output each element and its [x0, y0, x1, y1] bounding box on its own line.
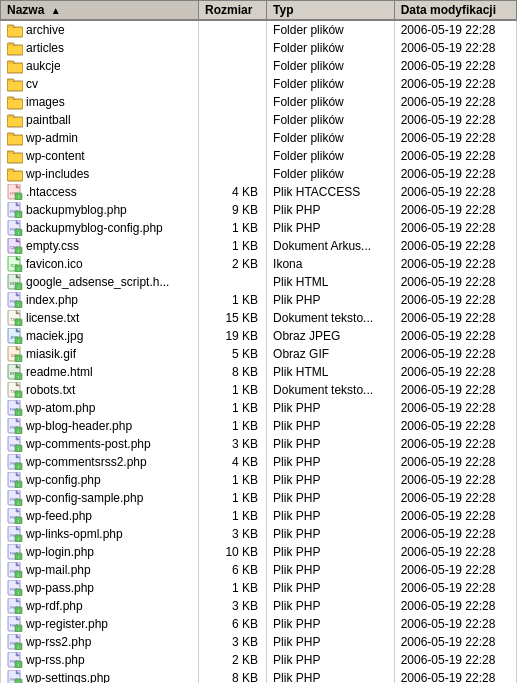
table-row[interactable]: wp-contentFolder plików2006-05-19 22:28: [1, 147, 517, 165]
table-row[interactable]: PHP ↑ wp-pass.php1 KBPlik PHP2006-05-19 …: [1, 579, 517, 597]
table-row[interactable]: articlesFolder plików2006-05-19 22:28: [1, 39, 517, 57]
table-row[interactable]: GIF ↑ miasik.gif5 KBObraz GIF2006-05-19 …: [1, 345, 517, 363]
table-row[interactable]: JPG ↑ maciek.jpg19 KBObraz JPEG2006-05-1…: [1, 327, 517, 345]
css-file-icon: CSS ↑: [7, 238, 23, 254]
table-row[interactable]: PHP ↑ wp-comments-post.php3 KBPlik PHP20…: [1, 435, 517, 453]
table-row[interactable]: PHP ↑ wp-login.php10 KBPlik PHP2006-05-1…: [1, 543, 517, 561]
table-row[interactable]: archiveFolder plików2006-05-19 22:28: [1, 20, 517, 39]
file-size: 5 KB: [198, 345, 266, 363]
php-file-icon: PHP ↑: [7, 616, 23, 632]
file-date: 2006-05-19 22:28: [394, 561, 516, 579]
svg-text:↑: ↑: [17, 662, 20, 668]
table-row[interactable]: PHP ↑ wp-rss2.php3 KBPlik PHP2006-05-19 …: [1, 633, 517, 651]
table-row[interactable]: aukcjeFolder plików2006-05-19 22:28: [1, 57, 517, 75]
file-size: [198, 75, 266, 93]
file-size: [198, 111, 266, 129]
table-row[interactable]: PHP ↑ wp-register.php6 KBPlik PHP2006-05…: [1, 615, 517, 633]
table-row[interactable]: PHP ↑ wp-rdf.php3 KBPlik PHP2006-05-19 2…: [1, 597, 517, 615]
svg-text:↑: ↑: [17, 464, 20, 470]
image-file-icon: JPG ↑: [7, 328, 23, 344]
file-date: 2006-05-19 22:28: [394, 507, 516, 525]
file-date: 2006-05-19 22:28: [394, 309, 516, 327]
file-name-cell: PHP ↑ wp-settings.php: [1, 669, 199, 683]
file-name-cell: TXT ↑ license.txt: [1, 309, 199, 327]
table-row[interactable]: PHP ↑ wp-config-sample.php1 KBPlik PHP20…: [1, 489, 517, 507]
table-row[interactable]: wp-adminFolder plików2006-05-19 22:28: [1, 129, 517, 147]
file-name: wp-config.php: [26, 473, 101, 487]
table-row[interactable]: PHP ↑ wp-links-opml.php3 KBPlik PHP2006-…: [1, 525, 517, 543]
file-size: 6 KB: [198, 615, 266, 633]
file-type: Dokument teksto...: [267, 381, 395, 399]
php-file-icon: PHP ↑: [7, 508, 23, 524]
file-name-cell: cv: [1, 75, 199, 93]
table-row[interactable]: PHP ↑ backupmyblog-config.php1 KBPlik PH…: [1, 219, 517, 237]
table-row[interactable]: PHP ↑ wp-blog-header.php1 KBPlik PHP2006…: [1, 417, 517, 435]
file-date: 2006-05-19 22:28: [394, 327, 516, 345]
folder-icon: [7, 166, 23, 182]
file-date: 2006-05-19 22:28: [394, 417, 516, 435]
file-type: Plik PHP: [267, 507, 395, 525]
col-header-size[interactable]: Rozmiar: [198, 1, 266, 21]
col-header-date[interactable]: Data modyfikacji: [394, 1, 516, 21]
table-row[interactable]: PHP ↑ index.php1 KBPlik PHP2006-05-19 22…: [1, 291, 517, 309]
col-header-type[interactable]: Typ: [267, 1, 395, 21]
table-row[interactable]: HTM ↑ google_adsense_script.h...Plik HTM…: [1, 273, 517, 291]
svg-text:↑: ↑: [17, 572, 20, 578]
file-date: 2006-05-19 22:28: [394, 183, 516, 201]
txt-file-icon: TXT ↑: [7, 382, 23, 398]
table-row[interactable]: PHP ↑ wp-rss.php2 KBPlik PHP2006-05-19 2…: [1, 651, 517, 669]
file-type: Plik PHP: [267, 219, 395, 237]
file-name: wp-config-sample.php: [26, 491, 143, 505]
table-row[interactable]: PHP ↑ backupmyblog.php9 KBPlik PHP2006-0…: [1, 201, 517, 219]
table-row[interactable]: PHP ↑ wp-config.php1 KBPlik PHP2006-05-1…: [1, 471, 517, 489]
file-size: 2 KB: [198, 651, 266, 669]
file-size: 3 KB: [198, 435, 266, 453]
svg-text:↑: ↑: [17, 410, 20, 416]
svg-text:↑: ↑: [17, 554, 20, 560]
table-row[interactable]: HTM ↑ readme.html8 KBPlik HTML2006-05-19…: [1, 363, 517, 381]
table-row[interactable]: HTX ↑ .htaccess4 KBPlik HTACCESS2006-05-…: [1, 183, 517, 201]
table-row[interactable]: PHP ↑ wp-commentsrss2.php4 KBPlik PHP200…: [1, 453, 517, 471]
file-type: Plik PHP: [267, 489, 395, 507]
table-row[interactable]: PHP ↑ wp-settings.php8 KBPlik PHP2006-05…: [1, 669, 517, 683]
file-name: wp-login.php: [26, 545, 94, 559]
svg-text:↑: ↑: [17, 500, 20, 506]
table-row[interactable]: ICO ↑ favicon.ico2 KBIkona2006-05-19 22:…: [1, 255, 517, 273]
file-date: 2006-05-19 22:28: [394, 273, 516, 291]
table-row[interactable]: TXT ↑ robots.txt1 KBDokument teksto...20…: [1, 381, 517, 399]
table-row[interactable]: CSS ↑ empty.css1 KBDokument Arkus...2006…: [1, 237, 517, 255]
file-name-cell: PHP ↑ backupmyblog.php: [1, 201, 199, 219]
php-file-icon: PHP ↑: [7, 472, 23, 488]
table-row[interactable]: imagesFolder plików2006-05-19 22:28: [1, 93, 517, 111]
table-row[interactable]: wp-includesFolder plików2006-05-19 22:28: [1, 165, 517, 183]
svg-rect-11: [8, 82, 22, 90]
table-row[interactable]: PHP ↑ wp-mail.php6 KBPlik PHP2006-05-19 …: [1, 561, 517, 579]
file-date: 2006-05-19 22:28: [394, 75, 516, 93]
table-row[interactable]: paintballFolder plików2006-05-19 22:28: [1, 111, 517, 129]
file-name: maciek.jpg: [26, 329, 83, 343]
col-header-name[interactable]: Nazwa ▲: [1, 1, 199, 21]
svg-text:↑: ↑: [17, 212, 20, 218]
folder-icon: [7, 94, 23, 110]
file-type: Plik PHP: [267, 561, 395, 579]
file-date: 2006-05-19 22:28: [394, 129, 516, 147]
file-date: 2006-05-19 22:28: [394, 651, 516, 669]
table-row[interactable]: TXT ↑ license.txt15 KBDokument teksto...…: [1, 309, 517, 327]
file-name: archive: [26, 23, 65, 37]
php-file-icon: PHP ↑: [7, 670, 23, 683]
file-date: 2006-05-19 22:28: [394, 111, 516, 129]
file-name-cell: PHP ↑ wp-comments-post.php: [1, 435, 199, 453]
svg-text:↑: ↑: [17, 392, 20, 398]
table-row[interactable]: PHP ↑ wp-atom.php1 KBPlik PHP2006-05-19 …: [1, 399, 517, 417]
file-name: wp-comments-post.php: [26, 437, 151, 451]
file-name: google_adsense_script.h...: [26, 275, 169, 289]
file-size: [198, 20, 266, 39]
file-size: [198, 93, 266, 111]
table-header: Nazwa ▲ Rozmiar Typ Data modyfikacji: [1, 1, 517, 21]
svg-text:↑: ↑: [17, 536, 20, 542]
table-row[interactable]: PHP ↑ wp-feed.php1 KBPlik PHP2006-05-19 …: [1, 507, 517, 525]
file-browser[interactable]: Nazwa ▲ Rozmiar Typ Data modyfikacji arc…: [0, 0, 517, 683]
svg-text:↑: ↑: [17, 590, 20, 596]
table-row[interactable]: cvFolder plików2006-05-19 22:28: [1, 75, 517, 93]
file-date: 2006-05-19 22:28: [394, 57, 516, 75]
